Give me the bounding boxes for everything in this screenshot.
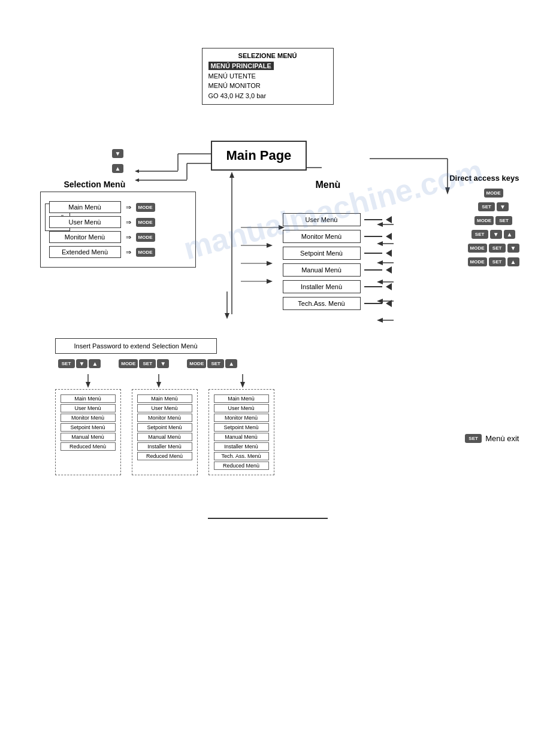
svg-marker-41: [240, 382, 245, 388]
selection-item-2: User Menù ⇒ MODE: [49, 216, 187, 228]
arrow-left-monitor: [386, 233, 392, 240]
menu-exit-set-btn[interactable]: SET: [465, 434, 482, 443]
svg-marker-13: [445, 187, 450, 195]
btn-group-2: MODE SET ▼: [119, 359, 169, 368]
nav-down-btn[interactable]: ▼: [112, 149, 124, 158]
display-row1: MENÚ PRINCIPALE: [208, 62, 274, 70]
svg-marker-17: [267, 243, 273, 248]
menu-exit-label: Menù exit: [485, 434, 519, 443]
direct-mode-btn-2[interactable]: MODE: [474, 216, 494, 225]
plus-btn-g1[interactable]: ▲: [89, 359, 101, 368]
svg-marker-9: [229, 172, 234, 178]
svg-marker-19: [267, 261, 273, 266]
display-title: SELEZIONE MENÚ: [208, 52, 327, 59]
svg-marker-21: [267, 279, 273, 284]
direct-keys-col: MODE SET ▼ MODE SET SET ▼ ▲ MODE SET ▼ M…: [468, 189, 519, 266]
selection-menu-title: Selection Menù: [64, 180, 126, 189]
svg-marker-39: [156, 382, 161, 388]
direct-mode-btn-3[interactable]: MODE: [468, 244, 487, 253]
btn-group-3: MODE SET ▲: [187, 359, 237, 368]
button-rows: SET ▼ ▲ MODE SET ▼ MODE SET ▲: [58, 359, 238, 368]
direct-set-btn-2[interactable]: SET: [495, 216, 512, 225]
selection-item-3: Monitor Menù ⇒ MODE: [49, 231, 187, 243]
sub-menu-col-2: Main Menù User Menù Monitor Menù Setpoin…: [132, 389, 198, 475]
set-btn-g3[interactable]: SET: [207, 359, 224, 368]
direct-mode-btn-1[interactable]: MODE: [484, 189, 503, 198]
plus-btn-g3[interactable]: ▲: [225, 359, 237, 368]
nav-arrows: ▼ ▲: [112, 149, 124, 173]
minus-btn-g1[interactable]: ▼: [76, 359, 88, 368]
mode-btn-1[interactable]: MODE: [136, 203, 155, 212]
mode-btn-g3[interactable]: MODE: [187, 359, 206, 368]
direct-minus-btn-2[interactable]: ▼: [490, 230, 502, 239]
menu-box: User Menù Monitor Menù Setpoint Menù Man…: [283, 210, 392, 314]
svg-marker-6: [135, 178, 139, 182]
direct-set-btn[interactable]: SET: [478, 202, 495, 211]
arrow-left-installer: [386, 283, 392, 290]
selection-menu-box: Main Menù ⇒ MODE User Menù ⇒ MODE Monito…: [40, 192, 196, 268]
main-page-box: Main Page: [211, 141, 307, 171]
arrow-left-setpoint: [386, 250, 392, 257]
nav-up-btn[interactable]: ▲: [112, 164, 124, 173]
direct-set-btn-4[interactable]: SET: [489, 244, 506, 253]
bottom-line: [208, 518, 328, 519]
mode-btn-4[interactable]: MODE: [136, 248, 155, 257]
direct-access-title: Direct access keys: [449, 174, 519, 183]
selection-item-4: Extended Menù ⇒ MODE: [49, 246, 187, 258]
svg-marker-37: [86, 382, 90, 388]
set-btn-g1[interactable]: SET: [58, 359, 75, 368]
arrow-left-user: [386, 216, 392, 223]
arrow-left-manual: [386, 266, 392, 274]
direct-set-btn-5[interactable]: SET: [489, 257, 506, 266]
menu-title: Menù: [316, 180, 341, 190]
sub-menu-col-3: Main Menù User Menù Monitor Menù Setpoin…: [208, 389, 274, 475]
password-box: Insert Password to extend Selection Menù: [55, 338, 217, 354]
direct-plus-btn[interactable]: ▲: [504, 230, 516, 239]
menu-exit-box: SET Menù exit: [465, 434, 519, 443]
display-row4: GO 43,0 HZ 3,0 bar: [208, 91, 327, 101]
mode-btn-g2[interactable]: MODE: [119, 359, 138, 368]
main-page-label: Main Page: [226, 148, 292, 163]
password-text: Insert Password to extend Selection Menù: [74, 342, 197, 350]
sub-menu-col-1: Main Menù User Menù Monitor Menù Setpoin…: [55, 389, 121, 475]
mode-btn-2[interactable]: MODE: [136, 218, 155, 227]
svg-marker-35: [377, 318, 383, 323]
sub-menus-area: Main Menù User Menù Monitor Menù Setpoin…: [55, 389, 274, 475]
direct-set-btn-3[interactable]: SET: [471, 230, 488, 239]
display-row2: MENÚ UTENTE: [208, 71, 327, 81]
direct-minus-btn[interactable]: ▼: [497, 202, 509, 211]
direct-minus-btn-3[interactable]: ▼: [507, 244, 519, 253]
direct-plus-btn-2[interactable]: ▲: [507, 257, 519, 266]
display-row3: MENÚ MONITOR: [208, 81, 327, 91]
arrow-left-techass: [386, 300, 392, 307]
mode-btn-3[interactable]: MODE: [136, 233, 155, 242]
diagram-area: ▼ ▲ Main Page Selection Menù ▲ scroll ▼ …: [10, 141, 525, 512]
display-box: SELEZIONE MENÚ MENÚ PRINCIPALE MENÚ UTEN…: [202, 48, 334, 105]
selection-item-1: Main Menù ⇒ MODE: [49, 201, 187, 213]
svg-marker-23: [225, 313, 229, 319]
svg-marker-2: [135, 169, 139, 173]
btn-group-1: SET ▼ ▲: [58, 359, 101, 368]
minus-btn-g2[interactable]: ▼: [157, 359, 169, 368]
set-btn-g2[interactable]: SET: [139, 359, 156, 368]
direct-mode-btn-4[interactable]: MODE: [468, 257, 487, 266]
